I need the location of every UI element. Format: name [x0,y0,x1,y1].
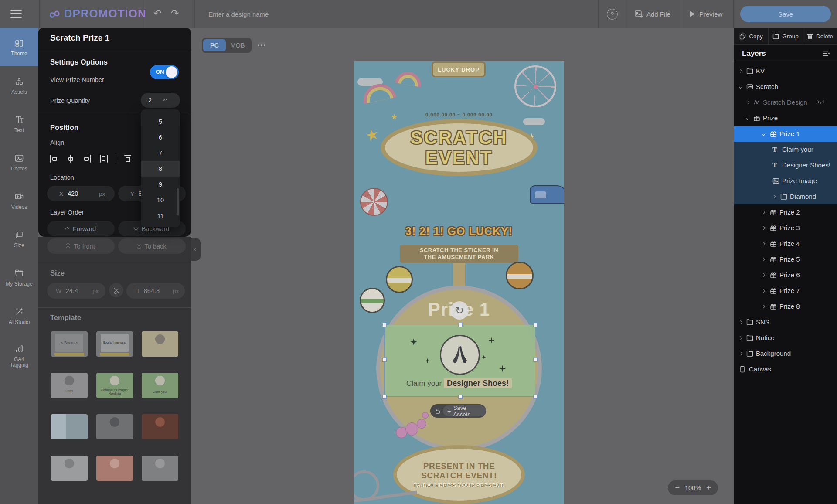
design-artboard[interactable]: ★ ★ ★ LUCKY DROP 0,000.00.00 ~ 0,000.00.… [354,61,564,504]
layer-row-prize-1[interactable]: Prize 1 [734,126,837,142]
sidebar-item-size[interactable]: Size [0,220,38,258]
layer-row-claim-your[interactable]: T Claim your [734,142,837,157]
selection-handle[interactable] [533,358,538,362]
theme-icon [14,38,24,48]
template-thumbnail[interactable] [96,414,133,439]
to-front-button[interactable]: To front [47,238,115,254]
layer-row-background[interactable]: Background [734,346,837,361]
template-thumbnail[interactable] [96,456,133,481]
layer-row-prize-2[interactable]: Prize 2 [734,204,837,220]
sidebar-item-assets[interactable]: Assets [0,66,38,105]
layer-row-prize-image[interactable]: Prize Image [734,173,837,189]
dropdown-option-6[interactable]: 6 [141,129,180,145]
folder-icon [747,320,753,325]
template-thumbnail[interactable]: Claim your [142,373,178,398]
dropdown-option-5[interactable]: 5 [141,114,180,129]
layer-row-designer-shoes[interactable]: T Designer Shoes! [734,157,837,173]
folder-icon [781,194,787,199]
sidebar-item-text[interactable]: Text [0,105,38,143]
dropdown-option-7[interactable]: 7 [141,145,180,161]
selection-handle[interactable] [382,358,387,362]
preview-button[interactable]: Preview [689,0,722,28]
group-button[interactable]: Group [768,28,803,44]
template-thumbnail[interactable] [51,456,88,481]
layer-row-prize-5[interactable]: Prize 5 [734,252,837,267]
layer-row-prize-6[interactable]: Prize 6 [734,267,837,283]
delete-button[interactable]: Delete [803,28,837,44]
sidebar-item-videos[interactable]: Videos [0,181,38,220]
layer-row-prize[interactable]: Prize [734,110,837,126]
template-thumbnail[interactable] [142,456,178,481]
present-oval: PRESENT IN THE SCRATCH EVENT! TA-DA! HER… [393,445,525,504]
layer-row-kv[interactable]: KV [734,63,837,79]
forward-button[interactable]: Forward [47,221,115,236]
align-right-icon[interactable] [82,154,92,163]
help-icon[interactable]: ? [607,9,618,20]
zoom-out-button[interactable]: − [675,484,680,492]
template-thumbnail[interactable]: × Boom × [51,331,88,357]
collapse-layers-icon[interactable] [823,50,830,57]
template-thumbnail[interactable] [142,414,178,439]
tab-mob[interactable]: MOB [226,39,249,51]
template-thumbnail[interactable]: Oops [51,373,88,398]
selection-handle[interactable] [533,395,538,399]
dropdown-option-10[interactable]: 10 [141,192,180,208]
prize-quantity-select[interactable]: 2 [141,93,180,108]
view-prize-number-toggle[interactable]: ON [150,65,179,79]
align-top-icon[interactable] [123,154,133,163]
dropdown-option-8[interactable]: 8 [141,161,180,177]
layer-row-prize-7[interactable]: Prize 7 [734,283,837,299]
dropdown-scrollbar[interactable] [177,188,179,215]
template-thumbnail[interactable] [142,331,178,357]
redo-icon[interactable]: ↷ [171,8,179,19]
layer-row-prize-8[interactable]: Prize 8 [734,299,837,314]
selection-handle[interactable] [533,323,538,327]
sidebar-item-ga4-tagging[interactable]: GA4 Tagging [0,335,38,377]
zoom-in-button[interactable]: + [706,484,711,492]
to-back-button[interactable]: To back [118,238,186,254]
layer-row-canvas[interactable]: Canvas [734,361,837,377]
dropdown-option-11[interactable]: 11 [141,208,180,224]
sidebar-item-photos[interactable]: Photos [0,143,38,181]
distribute-horizontal-icon[interactable] [99,154,109,163]
layer-row-prize-3[interactable]: Prize 3 [734,220,837,236]
selection-handle[interactable] [458,323,463,327]
copy-button[interactable]: Copy [734,28,768,44]
layer-row-notice[interactable]: Notice [734,330,837,346]
align-left-icon[interactable] [49,154,59,163]
dropdown-option-9[interactable]: 9 [141,177,180,192]
tab-pc[interactable]: PC [203,39,226,51]
unlink-ratio-icon[interactable] [109,283,123,297]
template-thumbnail[interactable]: Sports Innerwear [96,331,133,357]
more-options-icon[interactable] [255,41,268,50]
sidebar-item-theme[interactable]: Theme [0,28,38,66]
x-field[interactable]: X 420 px [47,186,115,201]
layer-row-scratch[interactable]: Scratch [734,79,837,95]
selection-handle[interactable] [382,395,387,399]
design-name-input[interactable] [208,7,365,21]
add-file-button[interactable]: Add File [634,0,670,28]
template-thumbnail[interactable] [51,414,88,439]
undo-icon[interactable]: ↶ [153,8,161,19]
align-center-horizontal-icon[interactable] [66,154,75,163]
layer-row-sns[interactable]: SNS [734,314,837,330]
width-field[interactable]: W 24.4 px [47,283,105,299]
selection-handle[interactable] [382,323,387,327]
save-assets-button[interactable]: + Save Assets [430,404,486,418]
align-separator [116,154,116,163]
height-field[interactable]: H 864.8 px [126,283,185,299]
videos-icon [14,191,24,202]
save-button[interactable]: Save [740,6,831,22]
align-label: Align [50,139,64,146]
selection-handle[interactable] [458,395,463,399]
layer-row-diamond[interactable]: Diamond [734,189,837,204]
sidebar-item-my-storage[interactable]: My Storage [0,258,38,296]
layer-row-scratch-design[interactable]: Scratch Design [734,95,837,110]
menu-icon[interactable] [10,10,23,18]
layer-row-prize-4[interactable]: Prize 4 [734,236,837,252]
assets-icon [14,76,24,87]
panel-collapse-handle[interactable] [191,238,201,261]
sidebar-item-ai-studio[interactable]: AI Studio [0,296,38,335]
template-thumbnail[interactable]: Claim your Designer Handbag [96,373,133,398]
rotate-handle-icon[interactable]: ↻ [450,301,469,320]
